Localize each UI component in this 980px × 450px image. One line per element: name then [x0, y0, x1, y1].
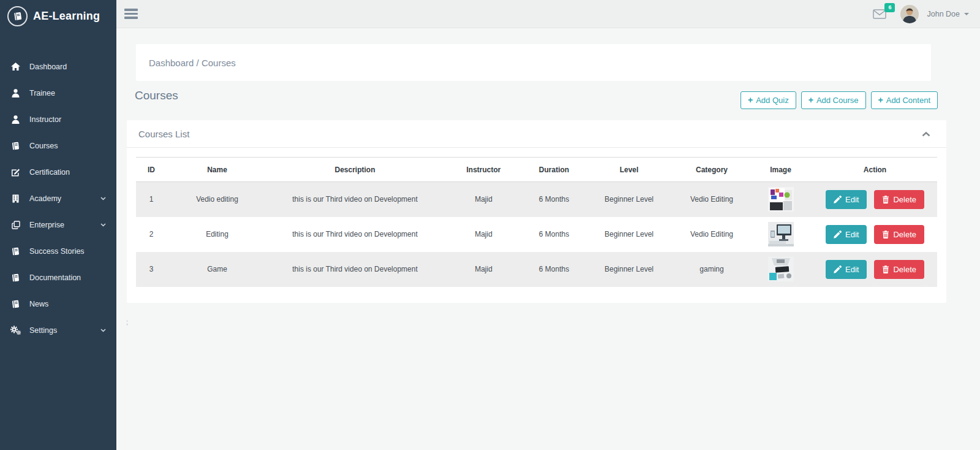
book-icon — [10, 300, 21, 308]
cell-category: gaming — [675, 252, 748, 287]
sidebar-item-courses[interactable]: Courses — [0, 132, 116, 159]
app-root: AE-Learning Dashboard Trainee Instructor — [0, 0, 980, 450]
cell-name: Game — [167, 252, 268, 287]
add-quiz-label: Add Quiz — [756, 96, 788, 105]
cell-level: Beginner Level — [583, 182, 675, 217]
course-thumbnail-monitor — [768, 222, 794, 246]
pencil-square-icon — [10, 168, 21, 177]
collapse-button chevron-up-icon[interactable] — [921, 131, 932, 138]
main-area: 6 John Doe Dashboard / Courses Courses — [116, 0, 980, 450]
sidebar-item-label: Academy — [29, 194, 61, 203]
chevron-down-icon — [100, 197, 106, 200]
cell-instructor: Majid — [442, 217, 525, 252]
cell-id: 1 — [136, 182, 167, 217]
cell-image — [748, 217, 813, 252]
plus-icon: + — [809, 95, 813, 105]
sidebar-item-label: Dashboard — [29, 63, 67, 71]
edit-button[interactable]: Edit — [826, 225, 867, 244]
sidebar-item-dashboard[interactable]: Dashboard — [0, 53, 116, 80]
trash-icon — [882, 196, 889, 204]
table-header-row: ID Name Description Instructor Duration … — [136, 158, 937, 182]
user-menu[interactable]: John Doe — [927, 10, 969, 18]
courses-table: ID Name Description Instructor Duration … — [136, 157, 937, 287]
sidebar-item-label: News — [29, 300, 48, 308]
course-thumbnail-collage — [768, 187, 794, 212]
col-header-description: Description — [268, 158, 442, 182]
cell-category: Vedio Editing — [675, 182, 748, 217]
cell-action: Edit Delete — [813, 182, 937, 217]
brand-name: AE-Learning — [33, 10, 100, 23]
table-row: 1 Vedio editing this is our Third video … — [136, 182, 937, 217]
sidebar-item-instructor[interactable]: Instructor — [0, 106, 116, 132]
cell-duration: 6 Months — [525, 252, 583, 287]
cell-description: this is our Third video on Development — [268, 182, 442, 217]
delete-button[interactable]: Delete — [874, 260, 924, 279]
pencil-icon — [834, 231, 842, 238]
chevron-down-icon — [100, 329, 106, 332]
stray-text: ; — [126, 318, 128, 326]
pencil-icon — [834, 265, 842, 273]
building-icon — [10, 194, 21, 203]
sidebar-item-academy[interactable]: Academy — [0, 185, 116, 212]
col-header-image: Image — [748, 158, 813, 182]
book-icon — [10, 142, 21, 150]
col-header-name: Name — [167, 158, 268, 182]
avatar[interactable] — [900, 5, 919, 23]
edit-button[interactable]: Edit — [826, 190, 867, 209]
col-header-action: Action — [813, 158, 937, 182]
add-quiz-button[interactable]: + Add Quiz — [741, 91, 796, 109]
topbar: 6 John Doe — [116, 0, 980, 28]
cell-duration: 6 Months — [525, 217, 583, 252]
cell-level: Beginner Level — [583, 217, 675, 252]
cell-instructor: Majid — [442, 182, 525, 217]
card-body: ID Name Description Instructor Duration … — [127, 148, 946, 287]
sidebar-item-success-stories[interactable]: Success Stories — [0, 238, 116, 264]
sidebar-item-trainee[interactable]: Trainee — [0, 80, 116, 106]
sidebar-item-label: Trainee — [29, 89, 55, 97]
sidebar-item-documentation[interactable]: Documentation — [0, 264, 116, 291]
topbar-right: 6 John Doe — [873, 5, 969, 23]
cell-name: Vedio editing — [167, 182, 268, 217]
delete-button[interactable]: Delete — [874, 190, 924, 209]
sidebar-item-label: Instructor — [29, 115, 61, 124]
cell-name: Editing — [167, 217, 268, 252]
sidebar: AE-Learning Dashboard Trainee Instructor — [0, 0, 116, 450]
sidebar-item-enterprise[interactable]: Enterprise — [0, 212, 116, 238]
user-icon — [10, 115, 21, 124]
content: Dashboard / Courses Courses + Add Quiz +… — [116, 28, 980, 450]
add-content-label: Add Content — [886, 96, 930, 105]
table-row: 3 Game this is our Third video on Develo… — [136, 252, 937, 287]
add-course-button[interactable]: + Add Course — [801, 91, 866, 109]
sidebar-item-certification[interactable]: Certification — [0, 159, 116, 185]
cell-id: 3 — [136, 252, 167, 287]
edit-button[interactable]: Edit — [826, 260, 867, 279]
cell-instructor: Majid — [442, 252, 525, 287]
col-header-id: ID — [136, 158, 167, 182]
brand-book-icon — [7, 6, 28, 26]
cell-id: 2 — [136, 217, 167, 252]
gears-icon — [10, 326, 21, 335]
sidebar-item-label: Courses — [29, 142, 58, 150]
trash-icon — [882, 265, 889, 273]
add-content-button[interactable]: + Add Content — [871, 91, 938, 109]
plus-icon: + — [878, 95, 883, 105]
caret-down-icon — [964, 13, 969, 15]
cell-description: this is our Third video on Development — [268, 217, 442, 252]
home-icon — [10, 63, 21, 71]
sidebar-item-settings[interactable]: Settings — [0, 317, 116, 343]
breadcrumb-text: Dashboard / Courses — [149, 58, 236, 68]
page-head: Courses + Add Quiz + Add Course + Add Co… — [135, 81, 938, 109]
cell-action: Edit Delete — [813, 217, 937, 252]
menu-toggle-button hamburger-icon[interactable] — [124, 6, 139, 22]
book-icon — [10, 273, 21, 282]
delete-button[interactable]: Delete — [874, 225, 924, 244]
cell-duration: 6 Months — [525, 182, 583, 217]
notifications-button envelope-icon[interactable]: 6 — [873, 9, 886, 19]
card-header: Courses List — [127, 120, 946, 148]
sidebar-item-label: Certification — [29, 168, 70, 177]
courses-list-card: Courses List ID — [127, 120, 946, 303]
cell-description: this is our Third video on Development — [268, 252, 442, 287]
sidebar-item-news[interactable]: News — [0, 291, 116, 317]
breadcrumb: Dashboard / Courses — [136, 44, 931, 81]
cell-image — [748, 182, 813, 217]
